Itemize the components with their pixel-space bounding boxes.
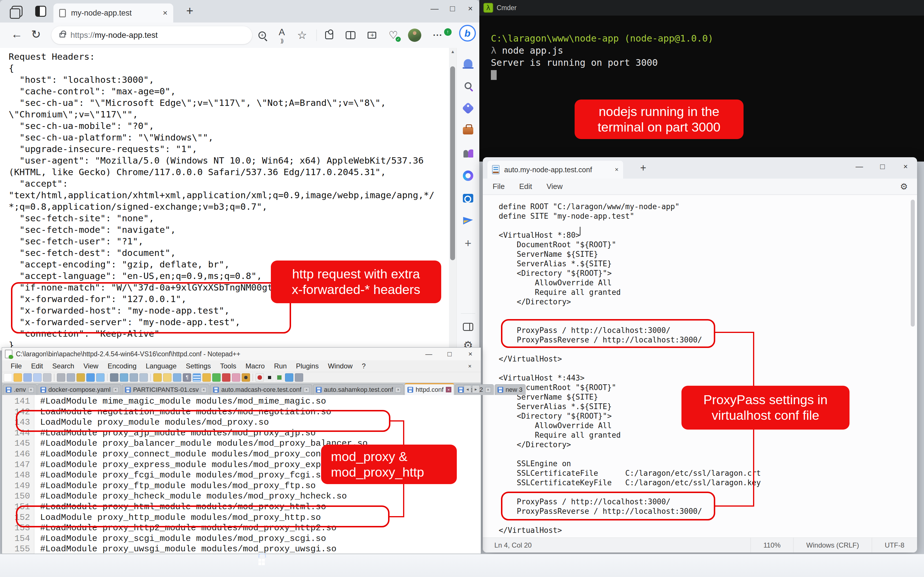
drop-paper-plane-icon[interactable] xyxy=(461,213,475,228)
npp-tab-docker-compose[interactable]: docker-compose.yaml× xyxy=(37,384,121,395)
collections-icon[interactable] xyxy=(364,27,380,44)
split-screen-icon[interactable] xyxy=(342,27,359,44)
sidebar-add-icon[interactable]: + xyxy=(461,236,475,250)
menu-view[interactable]: View xyxy=(547,182,563,191)
zoom-icon[interactable]: + xyxy=(254,27,270,44)
sidebar-search-icon[interactable] xyxy=(461,79,475,93)
npp-menu-settings[interactable]: Settings xyxy=(181,362,216,370)
notepad-maximize-button[interactable]: □ xyxy=(871,157,894,176)
status-zoom-level[interactable]: 110% xyxy=(750,538,793,553)
npp-minimize-button[interactable]: — xyxy=(418,348,439,360)
npp-replace-icon[interactable] xyxy=(120,373,128,382)
npp-menu-plugins[interactable]: Plugins xyxy=(291,362,323,370)
notepad-scrollbar-thumb[interactable] xyxy=(911,200,915,327)
npp-folder-workspace-icon[interactable] xyxy=(232,373,240,382)
npp-play-macro-icon[interactable] xyxy=(275,373,284,382)
bing-chat-icon[interactable]: b xyxy=(459,25,476,42)
npp-cut-icon[interactable] xyxy=(57,373,65,382)
notepad-editor[interactable]: define ROOT "C:/laragon/www/my-node-app"… xyxy=(483,195,917,537)
npp-monitoring-icon[interactable] xyxy=(212,373,221,382)
npp-menu-file[interactable]: File xyxy=(6,362,27,370)
sidebar-toggle-icon[interactable] xyxy=(461,320,475,334)
outlook-icon[interactable] xyxy=(461,191,475,205)
npp-tab-env[interactable]: .env× xyxy=(3,384,37,395)
npp-new-file-icon[interactable] xyxy=(4,373,12,382)
shopping-tag-icon[interactable] xyxy=(461,101,475,115)
npp-run-macro-multi-icon[interactable] xyxy=(285,373,293,382)
npp-menu-search[interactable]: Search xyxy=(48,362,79,370)
npp-zoom-in-icon[interactable] xyxy=(130,373,138,382)
browser-tab[interactable]: my-node-app.test × xyxy=(53,3,173,23)
npp-save-all-icon[interactable] xyxy=(33,373,42,382)
notepad-settings-gear-icon[interactable]: ⚙ xyxy=(900,182,908,192)
tab-close-icon[interactable]: × xyxy=(163,8,168,18)
npp-tab-madcash-conf[interactable]: auto.madcash-core.test.conf× xyxy=(210,384,312,395)
read-aloud-icon[interactable]: A xyxy=(274,27,290,44)
npp-print-icon[interactable] xyxy=(43,373,52,382)
npp-menu-view[interactable]: View xyxy=(79,362,103,370)
tab-scroll-left-icon[interactable]: ◄ xyxy=(464,385,471,393)
profile-avatar[interactable] xyxy=(407,27,423,44)
npp-menu-help[interactable]: ? xyxy=(357,362,370,370)
window-minimize-button[interactable]: — xyxy=(426,0,444,17)
notepad-new-tab-button[interactable]: + xyxy=(640,162,646,174)
npp-doc-switcher-icon[interactable] xyxy=(295,373,303,382)
npp-word-wrap-icon[interactable] xyxy=(173,373,181,382)
npp-menu-tools[interactable]: Tools xyxy=(215,362,241,370)
npp-doc-map-icon[interactable] xyxy=(192,373,201,382)
more-options-icon[interactable]: ···↑ xyxy=(430,27,446,44)
npp-sync-horizontal-icon[interactable] xyxy=(163,373,171,382)
tab-close-icon[interactable]: × xyxy=(304,387,309,393)
tab-scroll-right-icon[interactable]: ► xyxy=(472,385,480,393)
extensions-puzzle-icon[interactable] xyxy=(321,27,337,44)
npp-stop-macro-icon[interactable] xyxy=(265,373,274,382)
notifications-bell-icon[interactable] xyxy=(461,56,475,70)
scrollbar-up-icon[interactable]: ▲ xyxy=(449,49,457,54)
npp-copy-icon[interactable] xyxy=(67,373,75,382)
npp-doc-close-icon[interactable]: × xyxy=(464,363,476,369)
npp-zoom-out-icon[interactable] xyxy=(139,373,148,382)
browser-scrollbar[interactable]: ▲ xyxy=(449,48,457,351)
npp-undo-icon[interactable] xyxy=(86,373,95,382)
npp-eye-icon[interactable] xyxy=(242,373,250,382)
tab-workspaces-icon[interactable] xyxy=(11,6,23,17)
npp-redo-icon[interactable] xyxy=(96,373,105,382)
vertical-tabs-icon[interactable] xyxy=(35,6,46,17)
npp-tab-sahamkop-conf[interactable]: auto.sahamkop.test.conf× xyxy=(313,384,404,395)
npp-menu-run[interactable]: Run xyxy=(270,362,291,370)
notepad-tab[interactable]: auto.my-node-app.test.conf × xyxy=(488,161,623,179)
microsoft-365-icon[interactable] xyxy=(461,169,475,183)
notepad-minimize-button[interactable]: — xyxy=(848,157,871,176)
window-close-button[interactable]: × xyxy=(461,0,479,17)
tab-close-icon[interactable]: × xyxy=(446,387,451,392)
tab-close-icon[interactable]: × xyxy=(28,387,34,393)
status-encoding[interactable]: UTF-8 xyxy=(872,538,917,553)
npp-find-icon[interactable] xyxy=(110,373,118,382)
npp-menu-encoding[interactable]: Encoding xyxy=(103,362,141,370)
scrollbar-thumb[interactable] xyxy=(450,66,455,260)
status-line-ending[interactable]: Windows (CRLF) xyxy=(793,538,872,553)
npp-maximize-button[interactable]: □ xyxy=(439,348,460,360)
tab-close-icon[interactable]: × xyxy=(113,387,118,393)
menu-file[interactable]: File xyxy=(493,182,505,191)
npp-menu-language[interactable]: Language xyxy=(141,362,181,370)
npp-record-macro-icon[interactable] xyxy=(255,373,264,382)
npp-save-icon[interactable] xyxy=(23,373,32,382)
npp-macro-f-icon[interactable] xyxy=(222,373,230,382)
tab-close-icon[interactable]: × xyxy=(201,387,207,393)
npp-menu-window[interactable]: Window xyxy=(323,362,357,370)
games-icon[interactable] xyxy=(461,146,475,160)
npp-close-button[interactable]: × xyxy=(460,348,481,360)
refresh-button[interactable]: ↻ xyxy=(31,28,41,41)
notepad-tab-close-icon[interactable]: × xyxy=(615,166,619,173)
npp-tab-httpd-conf-active[interactable]: httpd.conf× xyxy=(405,383,454,395)
window-maximize-button[interactable]: □ xyxy=(444,0,461,17)
npp-menu-macro[interactable]: Macro xyxy=(241,362,270,370)
tab-close-icon[interactable]: × xyxy=(485,387,491,393)
menu-edit[interactable]: Edit xyxy=(519,182,532,191)
terminal-title-bar[interactable]: λ Cmder xyxy=(479,0,924,16)
back-button[interactable]: ← xyxy=(11,28,23,41)
npp-tab-participants[interactable]: PARTICIPANTS-01.csv× xyxy=(122,384,209,395)
npp-paste-icon[interactable] xyxy=(76,373,85,382)
npp-show-symbols-icon[interactable]: ¶ xyxy=(183,373,191,382)
